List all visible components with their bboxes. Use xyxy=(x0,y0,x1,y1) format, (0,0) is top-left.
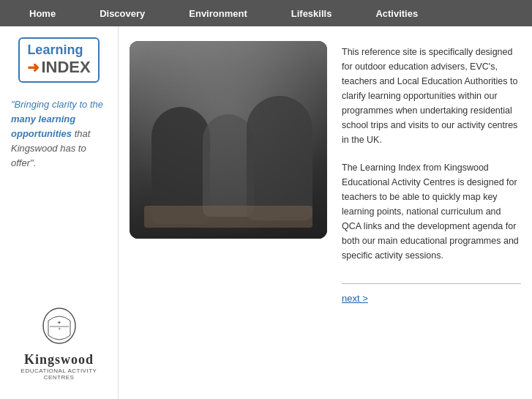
figure-right xyxy=(247,96,312,220)
sidebar: Learning ➜ INDEX "Bringing clarity to th… xyxy=(0,26,119,399)
tagline: "Bringing clarity to the many learning o… xyxy=(7,97,110,171)
nav-activities[interactable]: Activities xyxy=(353,8,440,19)
content-area: This reference site is specifically desi… xyxy=(119,26,532,399)
logo-learning: Learning xyxy=(27,43,83,58)
svg-text:✦: ✦ xyxy=(57,320,61,326)
main-wrapper: Learning ➜ INDEX "Bringing clarity to th… xyxy=(0,26,532,399)
table-surface xyxy=(144,206,312,228)
tagline-text: "Bringing clarity to the many learning o… xyxy=(11,99,103,169)
logo-box[interactable]: Learning ➜ INDEX xyxy=(18,37,99,83)
photo-section xyxy=(130,41,327,384)
nav-lifeskills[interactable]: Lifeskills xyxy=(269,8,354,19)
nav-home[interactable]: Home xyxy=(7,8,78,19)
photo-scene xyxy=(130,41,327,239)
text-section: This reference site is specifically desi… xyxy=(342,41,521,384)
description-paragraph-2: The Learning Index from Kingswood Educat… xyxy=(342,160,521,263)
svg-text:⚜: ⚜ xyxy=(58,327,61,331)
next-link[interactable]: next > xyxy=(342,293,521,304)
logo-index: INDEX xyxy=(41,58,90,77)
logo-arrow-icon: ➜ xyxy=(27,59,40,76)
nav-environment[interactable]: Environment xyxy=(167,8,269,19)
main-nav: Home Discovery Environment Lifeskills Ac… xyxy=(0,0,532,26)
nav-discovery[interactable]: Discovery xyxy=(78,8,167,19)
kingswood-subtitle: Educational Activity Centres xyxy=(7,368,110,381)
kingswood-crest-icon: ✦ ⚜ xyxy=(41,306,78,346)
kingswood-name: Kingswood xyxy=(7,352,110,368)
photo-frame xyxy=(130,41,327,239)
divider xyxy=(342,283,521,284)
kingswood-logo: ✦ ⚜ Kingswood Educational Activity Centr… xyxy=(7,306,110,388)
description-paragraph-1: This reference site is specifically desi… xyxy=(342,45,521,147)
